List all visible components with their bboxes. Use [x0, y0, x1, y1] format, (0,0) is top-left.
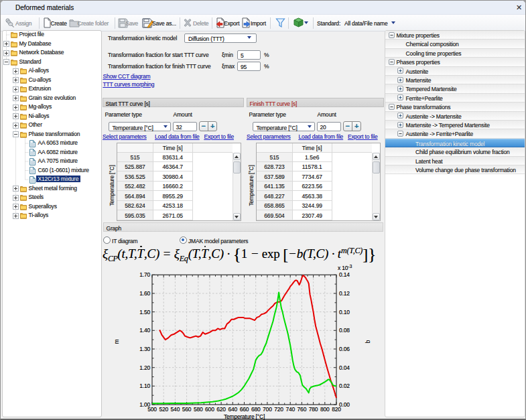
svg-text:540: 540 — [171, 406, 180, 413]
svg-text:1.10: 1.10 — [139, 382, 150, 389]
svg-text:0.12: 0.12 — [339, 290, 350, 297]
svg-text:m: m — [113, 339, 120, 344]
svg-text:740: 740 — [285, 406, 295, 413]
svg-text:620: 620 — [216, 406, 226, 413]
svg-text:b: b — [365, 340, 371, 343]
svg-text:560: 560 — [182, 406, 192, 413]
svg-text:1.30: 1.30 — [139, 346, 150, 352]
svg-text:660: 660 — [240, 406, 249, 413]
svg-text:720: 720 — [274, 406, 283, 413]
svg-text:780: 780 — [309, 406, 318, 413]
svg-text:0.08: 0.08 — [339, 327, 350, 334]
svg-text:820: 820 — [332, 406, 341, 413]
svg-text:500: 500 — [147, 406, 157, 413]
svg-text:700: 700 — [263, 406, 272, 413]
svg-text:640: 640 — [228, 406, 238, 413]
svg-text:680: 680 — [251, 406, 261, 413]
svg-text:0.04: 0.04 — [339, 364, 350, 371]
svg-text:0.06: 0.06 — [339, 346, 350, 352]
svg-text:1.50: 1.50 — [139, 309, 150, 316]
svg-text:800: 800 — [320, 406, 330, 413]
svg-text:1.20: 1.20 — [139, 364, 150, 371]
svg-text:1.60: 1.60 — [139, 290, 150, 297]
svg-text:760: 760 — [298, 406, 307, 413]
svg-text:0.14: 0.14 — [339, 271, 350, 278]
svg-text:0.02: 0.02 — [339, 382, 350, 389]
svg-text:1.70: 1.70 — [139, 271, 150, 278]
svg-text:580: 580 — [194, 406, 203, 413]
svg-text:520: 520 — [159, 406, 168, 413]
svg-text:x 10-3: x 10-3 — [338, 265, 352, 271]
svg-text:Temperature [°C]: Temperature [°C] — [224, 413, 265, 420]
svg-text:0.10: 0.10 — [339, 309, 350, 316]
svg-text:600: 600 — [205, 406, 214, 413]
svg-text:1.40: 1.40 — [139, 327, 150, 334]
